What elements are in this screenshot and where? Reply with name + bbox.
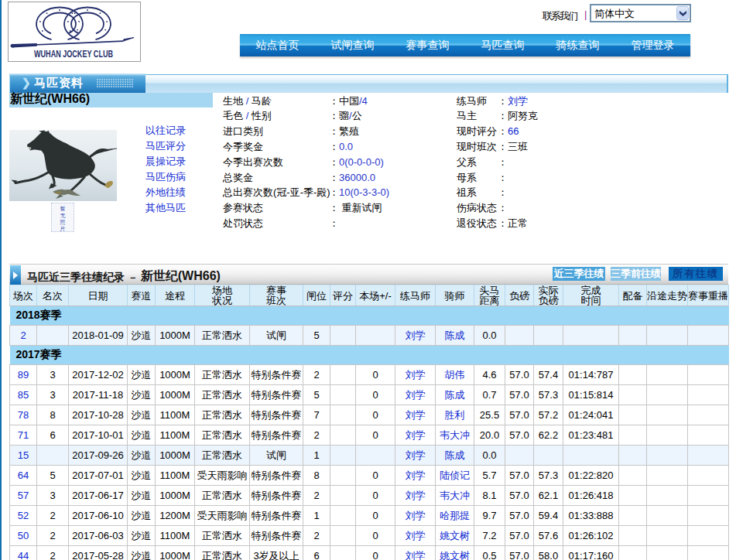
svg-text:WUHAN JOCKEY CLUB: WUHAN JOCKEY CLUB	[34, 49, 113, 60]
